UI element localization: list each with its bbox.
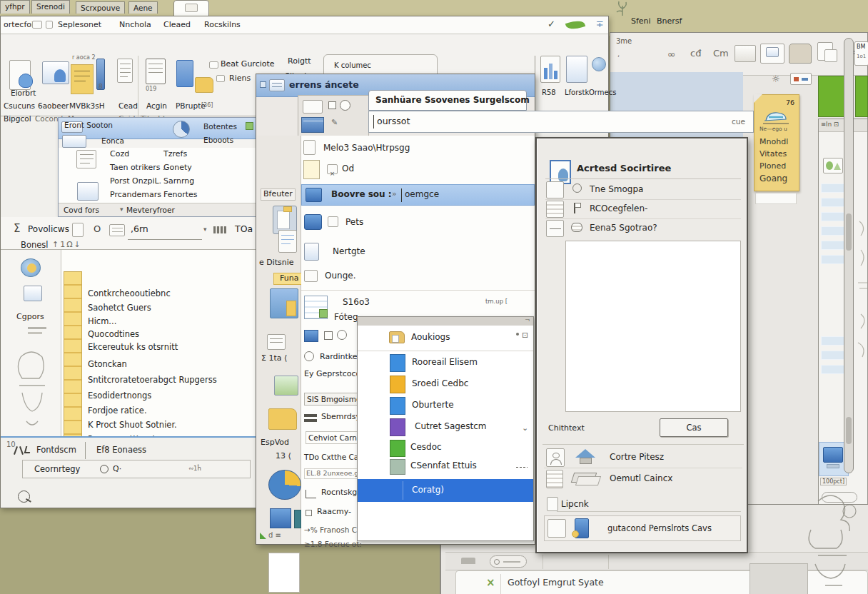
sigma-icon[interactable]: Σ bbox=[14, 223, 20, 235]
dropdown-arrow-icon[interactable]: ▾ bbox=[203, 226, 207, 233]
dropdown-titlebar[interactable]: ¬ bbox=[358, 317, 533, 326]
document-icon[interactable] bbox=[9, 60, 31, 90]
dialog-row[interactable]: S16o3 bbox=[343, 298, 370, 308]
left-item[interactable]: ≥1.8 Focruc ot: bbox=[304, 540, 362, 548]
blue-panel-icon[interactable] bbox=[301, 117, 324, 133]
menu-item[interactable]: Cleaed bbox=[163, 21, 191, 30]
picture-icon[interactable] bbox=[735, 45, 756, 62]
doc-icon[interactable] bbox=[278, 230, 297, 253]
list-item[interactable]: Gtonckan bbox=[88, 360, 127, 369]
dialog-row-c[interactable]: gutacond Pernslrots Cavs bbox=[544, 515, 741, 541]
left-item[interactable]: Rardintke bbox=[320, 353, 358, 362]
dialog-row[interactable]: Melo3 Saao\Htrpsgg bbox=[323, 144, 410, 153]
minus-plus-icon[interactable]: ∓ bbox=[596, 19, 604, 30]
image-placeholder-icon[interactable] bbox=[823, 158, 843, 173]
dialog-row[interactable]: Ounge. bbox=[325, 271, 355, 281]
gallery-right-label-2[interactable]: Ebooots bbox=[203, 136, 233, 144]
oval-control[interactable] bbox=[490, 555, 527, 568]
dialog-tab[interactable]: Sanhüare Ssovenes Surgelscom bbox=[368, 90, 527, 111]
rail-highlight[interactable]: Funa bbox=[273, 273, 305, 285]
list-item[interactable]: Saohetct Guers bbox=[88, 303, 151, 313]
status-circle-icon[interactable] bbox=[18, 490, 30, 503]
blue-square-icon[interactable] bbox=[270, 508, 291, 528]
option-row[interactable]: Tne Smogpa bbox=[545, 181, 741, 200]
gallery-item[interactable]: Gonety bbox=[163, 163, 192, 173]
face-icon[interactable]: ☼ bbox=[772, 74, 780, 85]
menu-item[interactable]: Oburterte bbox=[358, 396, 533, 417]
monitor-person-icon[interactable] bbox=[42, 61, 69, 84]
option-row[interactable]: RCOcegfelen- bbox=[545, 200, 741, 219]
gallery-item[interactable]: Sarnrng bbox=[163, 177, 194, 186]
flag-mark-box[interactable] bbox=[790, 73, 812, 85]
dialog-row[interactable]: Pets bbox=[345, 218, 363, 228]
checkbox-icon[interactable]: × bbox=[327, 164, 338, 174]
dialog-row-b[interactable]: Oemutl Caincx bbox=[544, 468, 742, 490]
desktop-tab-4[interactable]: Aene bbox=[128, 1, 158, 14]
gallery-item[interactable]: Fenortes bbox=[163, 191, 198, 200]
boxed-lines-icon[interactable] bbox=[146, 59, 166, 84]
left-item[interactable]: Rocntskg bbox=[321, 488, 357, 498]
ribbon-label[interactable]: Roigtt bbox=[288, 57, 311, 66]
yellow-folder-icon[interactable] bbox=[195, 77, 213, 93]
menu-item[interactable]: CSennfat Ettuis bbox=[358, 458, 533, 477]
gallery-footer-right[interactable]: Mevteryfroer bbox=[126, 206, 175, 214]
desktop-tab-2[interactable]: Srenodi bbox=[31, 0, 70, 14]
circle-icon[interactable] bbox=[340, 100, 350, 111]
column-icon[interactable]: Cm bbox=[713, 49, 729, 59]
desktop-tab-1[interactable]: yfhpr bbox=[0, 0, 30, 14]
grid-small-icon[interactable] bbox=[32, 21, 42, 29]
gallery-item[interactable]: Porst OnzpiL. bbox=[110, 177, 161, 186]
left-item[interactable]: Sbemrdsy bbox=[321, 413, 360, 422]
pen-icon[interactable]: cđ bbox=[690, 49, 701, 59]
blue-grid-icon[interactable] bbox=[176, 60, 193, 87]
gallery-right-label[interactable]: Botentes bbox=[203, 122, 237, 131]
caret-down-icon[interactable]: ⌄ bbox=[522, 424, 528, 433]
sheet-icon[interactable] bbox=[72, 223, 84, 237]
formula-field-value[interactable]: ,6rn bbox=[131, 224, 148, 234]
list-item[interactable]: Quocodtines bbox=[88, 330, 139, 339]
dropdown-header[interactable]: Aoukiogs ⊡ bbox=[358, 326, 533, 351]
left-item[interactable]: Raacmy- bbox=[317, 508, 351, 517]
menu-selected-item[interactable]: Coratg) bbox=[358, 479, 533, 502]
zoom-label[interactable]: Q· bbox=[113, 465, 121, 474]
address-bar[interactable]: ourssot cue bbox=[368, 111, 754, 133]
left-item[interactable]: TDo Cxtthe Ca bbox=[304, 453, 358, 461]
building-icon[interactable] bbox=[566, 56, 587, 83]
square-icon[interactable] bbox=[328, 101, 336, 109]
desk-icon[interactable] bbox=[270, 288, 298, 318]
leaf-icon[interactable] bbox=[565, 18, 585, 31]
white-tab-shape[interactable] bbox=[173, 0, 209, 16]
gallery-item[interactable]: Taen otrikers . bbox=[110, 163, 166, 173]
lines-icon[interactable] bbox=[117, 59, 133, 83]
clipboard-mini-icon[interactable] bbox=[303, 100, 323, 114]
scrollbar-thumb[interactable] bbox=[846, 213, 852, 251]
pie-3d-icon[interactable] bbox=[268, 470, 301, 500]
gallery-item[interactable]: Prcandemars bbox=[110, 191, 161, 200]
boxdot-icon[interactable]: ⊡ bbox=[522, 331, 528, 341]
dropdown-arrow-icon[interactable]: ▾ bbox=[120, 206, 123, 213]
list-item[interactable]: K Proct Shuot Sotnier. bbox=[88, 421, 177, 430]
globe-icon[interactable] bbox=[592, 57, 606, 71]
zoom-circle-icon[interactable] bbox=[100, 465, 108, 473]
folder-yellow-icon[interactable] bbox=[268, 408, 297, 430]
menu-item[interactable]: ortecfoi bbox=[4, 21, 34, 30]
list-item[interactable]: Esodidertnongs bbox=[88, 391, 151, 401]
menu-item[interactable]: Rooreail Elisem bbox=[358, 353, 533, 374]
dialog-row[interactable]: Fóteg bbox=[334, 313, 358, 323]
dialog-row-a[interactable]: Cortre Pitesz bbox=[544, 447, 742, 468]
empty-listbox[interactable] bbox=[565, 241, 741, 412]
list-item[interactable]: Ekcereutuk ks otsrnitt bbox=[88, 343, 178, 352]
list-item[interactable]: Contkrcheooutiebnc bbox=[88, 289, 171, 298]
menu-item[interactable]: Cutret Sagestcm ⌄ bbox=[358, 417, 533, 438]
menu-item[interactable]: Nnchola bbox=[119, 21, 151, 30]
square-small-icon[interactable] bbox=[46, 21, 53, 29]
dialog-row[interactable]: Nertgte bbox=[333, 247, 365, 257]
cas-button[interactable]: Cas bbox=[660, 418, 728, 437]
pie-chart-icon[interactable] bbox=[173, 121, 190, 138]
ribbon-label[interactable]: Beat Gurciote bbox=[221, 60, 275, 69]
menu-item[interactable]: Cesdoc bbox=[358, 438, 533, 458]
printer-icon[interactable] bbox=[461, 558, 475, 564]
left-item[interactable]: SIS Bmgoismo bbox=[304, 393, 363, 406]
chart-icon[interactable] bbox=[540, 56, 560, 83]
monitor-icon[interactable] bbox=[24, 286, 42, 301]
